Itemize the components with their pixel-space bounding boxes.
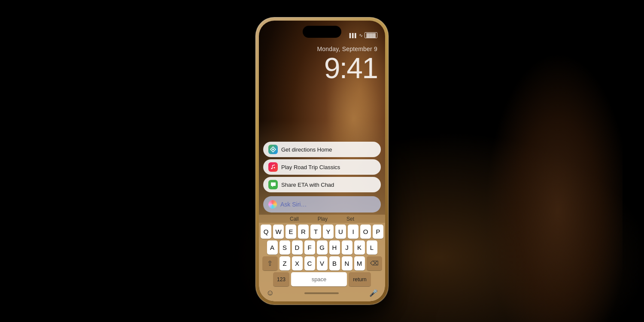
emoji-button[interactable]: ☺ [266,289,274,298]
phone-frame: ▌▌▌ ∿ ▓▓▓ Monday, September 9 9:41 [255,17,389,305]
key-g[interactable]: G [317,240,328,255]
key-123[interactable]: 123 [273,272,289,286]
suggestion-text-directions: Get directions Home [281,146,332,153]
key-w[interactable]: W [273,225,284,239]
signal-icon: ▌▌▌ [349,33,357,38]
keyboard-row-1: Q W E R T Y U I O P [260,225,384,239]
key-t[interactable]: T [310,225,321,239]
key-y[interactable]: Y [323,225,334,239]
lock-time: 9:41 [259,53,377,82]
suggestion-text-music: Play Road Trip Classics [281,164,340,170]
key-p[interactable]: P [373,225,383,239]
key-j[interactable]: J [342,240,352,255]
phone-screen: ▌▌▌ ∿ ▓▓▓ Monday, September 9 9:41 [259,21,385,301]
key-return[interactable]: return [349,272,371,286]
key-d[interactable]: D [292,240,303,255]
key-q[interactable]: Q [261,225,271,239]
suggestions-list: Get directions Home Play [259,139,385,196]
key-b[interactable]: B [329,256,340,270]
maps-icon [268,145,278,154]
keyboard-row-2: A S D F G H J K L [260,240,384,255]
page-background: ▌▌▌ ∿ ▓▓▓ Monday, September 9 9:41 [0,0,644,322]
key-n[interactable]: N [342,256,352,270]
suggestion-item-music[interactable]: Play Road Trip Classics [263,159,381,175]
battery-icon: ▓▓▓ [365,32,377,38]
key-z[interactable]: Z [279,256,290,270]
key-r[interactable]: R [298,225,309,239]
mic-button[interactable]: 🎤 [369,289,378,297]
shortcut-set[interactable]: Set [346,216,354,222]
svg-point-2 [274,167,275,168]
shortcut-play[interactable]: Play [318,216,328,222]
key-l[interactable]: L [367,240,377,255]
key-shift[interactable]: ⇧ [262,256,278,270]
ask-siri-placeholder: Ask Siri… [280,201,307,208]
key-a[interactable]: A [267,240,278,255]
key-i[interactable]: I [348,225,358,239]
keyboard-row-4: 123 space return [260,272,384,286]
suggestion-text-messages: Share ETA with Chad [281,182,334,188]
key-e[interactable]: E [286,225,296,239]
key-f[interactable]: F [304,240,315,255]
key-o[interactable]: O [360,225,371,239]
key-space[interactable]: space [291,272,347,286]
siri-keyboard-area: Get directions Home Play [259,139,385,301]
key-delete[interactable]: ⌫ [367,256,382,270]
status-right-icons: ▌▌▌ ∿ ▓▓▓ [349,32,377,38]
ask-siri-field[interactable]: Ask Siri… [263,196,381,213]
keyboard-bottom-row: ☺ 🎤 [260,287,384,300]
wifi-icon: ∿ [359,33,363,38]
phone-device: ▌▌▌ ∿ ▓▓▓ Monday, September 9 9:41 [255,17,389,305]
keyboard-row-3: ⇧ Z X C V B N M ⌫ [260,256,384,270]
suggestion-item-messages[interactable]: Share ETA with Chad [263,177,381,192]
key-s[interactable]: S [279,240,290,255]
key-v[interactable]: V [317,256,328,270]
music-icon [268,162,278,172]
lock-screen-info: Monday, September 9 9:41 [259,46,385,82]
key-m[interactable]: M [354,256,365,270]
svg-point-1 [271,168,273,169]
keyboard-shortcut-row: Call Play Set [259,215,385,223]
hand-illustration [365,43,623,322]
keyboard: Q W E R T Y U I O P [259,223,385,301]
svg-point-0 [272,149,274,150]
key-c[interactable]: C [304,256,315,270]
key-k[interactable]: K [354,240,365,255]
dynamic-island [303,26,341,38]
siri-orb-icon [268,200,277,209]
key-u[interactable]: U [335,225,346,239]
messages-icon [268,180,278,189]
suggestion-item-directions[interactable]: Get directions Home [263,142,381,157]
key-x[interactable]: X [292,256,303,270]
home-indicator [304,292,339,294]
key-h[interactable]: H [329,240,340,255]
shortcut-call[interactable]: Call [290,216,299,222]
